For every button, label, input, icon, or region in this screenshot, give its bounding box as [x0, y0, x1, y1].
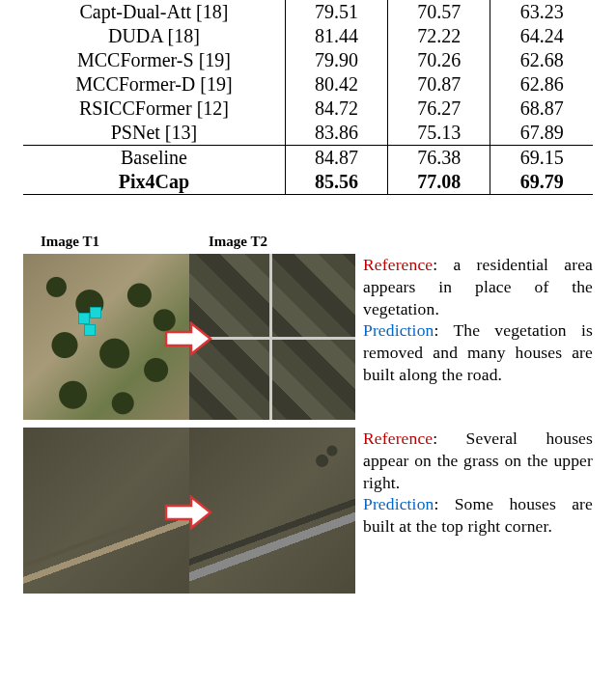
table-row: Pix4Cap85.5677.0869.79	[23, 170, 593, 194]
method-cell: PSNet [13]	[23, 121, 285, 145]
value-cell: 77.08	[388, 170, 490, 194]
value-cell: 84.87	[285, 146, 387, 170]
table-row: Baseline84.8776.3869.15	[23, 146, 593, 170]
value-cell: 68.87	[490, 97, 593, 121]
method-cell: RSICCFormer [12]	[23, 97, 285, 121]
qualitative-figure: Image T1 Image T2 Reference: a resid	[23, 234, 593, 594]
arrow-icon	[164, 495, 212, 530]
label-image-t2: Image T2	[209, 234, 267, 250]
image-t2	[189, 254, 355, 420]
method-cell: Capt-Dual-Att [18]	[23, 0, 285, 24]
value-cell: 63.23	[490, 0, 593, 24]
method-cell: MCCFormer-S [19]	[23, 48, 285, 72]
value-cell: 75.13	[388, 121, 490, 145]
value-cell: 64.24	[490, 24, 593, 48]
prediction-label: Prediction	[363, 494, 434, 513]
table-row: PSNet [13]83.8675.1367.89	[23, 121, 593, 145]
value-cell: 62.86	[490, 72, 593, 97]
results-table: Capt-Dual-Att [18]79.5170.5763.23DUDA [1…	[23, 0, 593, 195]
table-row: RSICCFormer [12]84.7276.2768.87	[23, 97, 593, 121]
value-cell: 67.89	[490, 121, 593, 145]
value-cell: 76.38	[388, 146, 490, 170]
caption: Reference: Several houses appear on the …	[355, 428, 593, 594]
figure-row: Reference: a residential area appears in…	[23, 254, 593, 420]
reference-label: Reference	[363, 255, 433, 274]
value-cell: 83.86	[285, 121, 387, 145]
value-cell: 80.42	[285, 72, 387, 97]
value-cell: 70.26	[388, 48, 490, 72]
reference-label: Reference	[363, 428, 433, 448]
method-cell: Baseline	[23, 146, 285, 170]
value-cell: 69.79	[490, 170, 593, 194]
value-cell: 69.15	[490, 146, 593, 170]
table-row: DUDA [18]81.4472.2264.24	[23, 24, 593, 48]
figure-row: Reference: Several houses appear on the …	[23, 428, 593, 594]
value-cell: 79.51	[285, 0, 387, 24]
table-row: MCCFormer-D [19]80.4270.8762.86	[23, 72, 593, 97]
method-cell: DUDA [18]	[23, 24, 285, 48]
caption: Reference: a residential area appears in…	[355, 254, 593, 420]
table-row: Capt-Dual-Att [18]79.5170.5763.23	[23, 0, 593, 24]
image-t2	[189, 428, 355, 594]
value-cell: 62.68	[490, 48, 593, 72]
method-cell: Pix4Cap	[23, 170, 285, 194]
value-cell: 85.56	[285, 170, 387, 194]
value-cell: 70.57	[388, 0, 490, 24]
value-cell: 72.22	[388, 24, 490, 48]
method-cell: MCCFormer-D [19]	[23, 72, 285, 97]
value-cell: 84.72	[285, 97, 387, 121]
table-row: MCCFormer-S [19]79.9070.2662.68	[23, 48, 593, 72]
prediction-label: Prediction	[363, 320, 434, 340]
arrow-icon	[164, 321, 212, 356]
value-cell: 79.90	[285, 48, 387, 72]
value-cell: 70.87	[388, 72, 490, 97]
value-cell: 81.44	[285, 24, 387, 48]
value-cell: 76.27	[388, 97, 490, 121]
label-image-t1: Image T1	[23, 234, 209, 250]
